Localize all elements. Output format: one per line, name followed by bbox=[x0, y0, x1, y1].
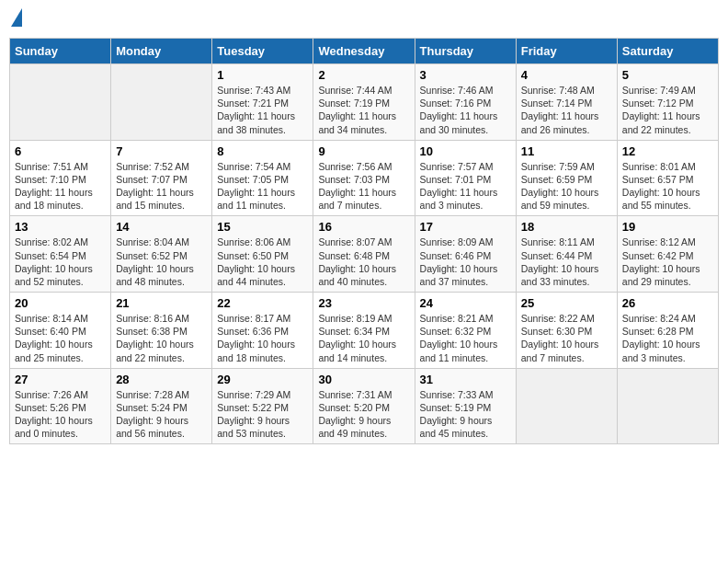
calendar-cell bbox=[10, 64, 111, 141]
calendar-cell: 13Sunrise: 8:02 AMSunset: 6:54 PMDayligh… bbox=[10, 216, 111, 293]
day-number: 15 bbox=[217, 220, 308, 234]
day-info: Sunrise: 8:14 AMSunset: 6:40 PMDaylight:… bbox=[15, 312, 106, 364]
day-info: Sunrise: 7:59 AMSunset: 6:59 PMDaylight:… bbox=[521, 160, 612, 213]
day-info: Sunrise: 7:26 AMSunset: 5:26 PMDaylight:… bbox=[15, 388, 106, 441]
calendar-cell: 17Sunrise: 8:09 AMSunset: 6:46 PMDayligh… bbox=[415, 216, 516, 293]
calendar-cell: 8Sunrise: 7:54 AMSunset: 7:05 PMDaylight… bbox=[212, 140, 313, 216]
day-number: 11 bbox=[521, 144, 612, 158]
calendar-cell: 3Sunrise: 7:46 AMSunset: 7:16 PMDaylight… bbox=[415, 64, 516, 141]
logo bbox=[9, 9, 22, 29]
calendar-body: 1Sunrise: 7:43 AMSunset: 7:21 PMDaylight… bbox=[10, 64, 719, 444]
day-number: 3 bbox=[420, 68, 511, 82]
calendar-cell: 24Sunrise: 8:21 AMSunset: 6:32 PMDayligh… bbox=[415, 293, 516, 369]
calendar-week-5: 27Sunrise: 7:26 AMSunset: 5:26 PMDayligh… bbox=[10, 368, 719, 444]
day-number: 31 bbox=[420, 373, 511, 386]
day-number: 27 bbox=[15, 373, 106, 386]
calendar-cell: 28Sunrise: 7:28 AMSunset: 5:24 PMDayligh… bbox=[111, 368, 212, 444]
calendar-cell bbox=[617, 368, 718, 444]
day-info: Sunrise: 7:49 AMSunset: 7:12 PMDaylight:… bbox=[622, 84, 713, 136]
day-info: Sunrise: 7:29 AMSunset: 5:22 PMDaylight:… bbox=[217, 388, 308, 441]
day-number: 28 bbox=[116, 373, 207, 386]
day-number: 26 bbox=[622, 296, 713, 310]
day-number: 8 bbox=[217, 144, 308, 158]
day-info: Sunrise: 7:48 AMSunset: 7:14 PMDaylight:… bbox=[521, 84, 612, 136]
day-info: Sunrise: 7:56 AMSunset: 7:03 PMDaylight:… bbox=[318, 160, 409, 213]
day-number: 30 bbox=[318, 373, 409, 386]
day-info: Sunrise: 8:07 AMSunset: 6:48 PMDaylight:… bbox=[318, 236, 409, 288]
day-number: 5 bbox=[622, 68, 713, 82]
calendar-cell bbox=[111, 64, 212, 141]
calendar-week-1: 1Sunrise: 7:43 AMSunset: 7:21 PMDaylight… bbox=[10, 64, 719, 141]
day-info: Sunrise: 7:28 AMSunset: 5:24 PMDaylight:… bbox=[116, 388, 207, 441]
day-number: 17 bbox=[420, 220, 511, 234]
day-number: 6 bbox=[15, 144, 106, 158]
day-number: 20 bbox=[15, 296, 106, 310]
calendar-cell: 5Sunrise: 7:49 AMSunset: 7:12 PMDaylight… bbox=[617, 64, 718, 141]
day-number: 25 bbox=[521, 296, 612, 310]
calendar-cell: 1Sunrise: 7:43 AMSunset: 7:21 PMDaylight… bbox=[212, 64, 313, 141]
calendar-cell: 4Sunrise: 7:48 AMSunset: 7:14 PMDaylight… bbox=[516, 64, 617, 141]
day-info: Sunrise: 8:04 AMSunset: 6:52 PMDaylight:… bbox=[116, 236, 207, 288]
day-info: Sunrise: 7:52 AMSunset: 7:07 PMDaylight:… bbox=[116, 160, 207, 213]
calendar-cell: 20Sunrise: 8:14 AMSunset: 6:40 PMDayligh… bbox=[10, 293, 111, 369]
weekday-header-wednesday: Wednesday bbox=[313, 39, 415, 64]
page-header bbox=[9, 9, 719, 29]
day-info: Sunrise: 8:06 AMSunset: 6:50 PMDaylight:… bbox=[217, 236, 308, 288]
day-number: 12 bbox=[622, 144, 713, 158]
calendar-cell: 27Sunrise: 7:26 AMSunset: 5:26 PMDayligh… bbox=[10, 368, 111, 444]
day-number: 2 bbox=[318, 68, 409, 82]
day-number: 21 bbox=[116, 296, 207, 310]
day-info: Sunrise: 7:46 AMSunset: 7:16 PMDaylight:… bbox=[420, 84, 511, 136]
calendar-cell: 11Sunrise: 7:59 AMSunset: 6:59 PMDayligh… bbox=[516, 140, 617, 216]
day-info: Sunrise: 7:31 AMSunset: 5:20 PMDaylight:… bbox=[318, 388, 409, 441]
day-number: 18 bbox=[521, 220, 612, 234]
day-number: 14 bbox=[116, 220, 207, 234]
calendar-week-4: 20Sunrise: 8:14 AMSunset: 6:40 PMDayligh… bbox=[10, 293, 719, 369]
day-number: 24 bbox=[420, 296, 511, 310]
calendar-cell: 30Sunrise: 7:31 AMSunset: 5:20 PMDayligh… bbox=[313, 368, 415, 444]
calendar-cell: 31Sunrise: 7:33 AMSunset: 5:19 PMDayligh… bbox=[415, 368, 516, 444]
weekday-header-sunday: Sunday bbox=[10, 39, 111, 64]
day-info: Sunrise: 8:21 AMSunset: 6:32 PMDaylight:… bbox=[420, 312, 511, 364]
day-info: Sunrise: 8:09 AMSunset: 6:46 PMDaylight:… bbox=[420, 236, 511, 288]
day-info: Sunrise: 8:01 AMSunset: 6:57 PMDaylight:… bbox=[622, 160, 713, 213]
calendar-week-2: 6Sunrise: 7:51 AMSunset: 7:10 PMDaylight… bbox=[10, 140, 719, 216]
weekday-header-row: SundayMondayTuesdayWednesdayThursdayFrid… bbox=[10, 39, 719, 64]
day-number: 29 bbox=[217, 373, 308, 386]
day-info: Sunrise: 8:22 AMSunset: 6:30 PMDaylight:… bbox=[521, 312, 612, 364]
calendar-table: SundayMondayTuesdayWednesdayThursdayFrid… bbox=[9, 38, 719, 444]
calendar-cell: 29Sunrise: 7:29 AMSunset: 5:22 PMDayligh… bbox=[212, 368, 313, 444]
logo-triangle-icon bbox=[11, 8, 22, 27]
weekday-header-tuesday: Tuesday bbox=[212, 39, 313, 64]
day-number: 16 bbox=[318, 220, 409, 234]
calendar-cell bbox=[516, 368, 617, 444]
day-info: Sunrise: 8:02 AMSunset: 6:54 PMDaylight:… bbox=[15, 236, 106, 288]
day-info: Sunrise: 7:54 AMSunset: 7:05 PMDaylight:… bbox=[217, 160, 308, 213]
day-info: Sunrise: 8:11 AMSunset: 6:44 PMDaylight:… bbox=[521, 236, 612, 288]
calendar-cell: 26Sunrise: 8:24 AMSunset: 6:28 PMDayligh… bbox=[617, 293, 718, 369]
day-number: 23 bbox=[318, 296, 409, 310]
day-number: 13 bbox=[15, 220, 106, 234]
day-info: Sunrise: 7:33 AMSunset: 5:19 PMDaylight:… bbox=[420, 388, 511, 441]
calendar-cell: 2Sunrise: 7:44 AMSunset: 7:19 PMDaylight… bbox=[313, 64, 415, 141]
day-info: Sunrise: 7:51 AMSunset: 7:10 PMDaylight:… bbox=[15, 160, 106, 213]
day-number: 7 bbox=[116, 144, 207, 158]
day-info: Sunrise: 7:57 AMSunset: 7:01 PMDaylight:… bbox=[420, 160, 511, 213]
calendar-cell: 21Sunrise: 8:16 AMSunset: 6:38 PMDayligh… bbox=[111, 293, 212, 369]
weekday-header-thursday: Thursday bbox=[415, 39, 516, 64]
day-info: Sunrise: 7:44 AMSunset: 7:19 PMDaylight:… bbox=[318, 84, 409, 136]
day-number: 4 bbox=[521, 68, 612, 82]
calendar-cell: 14Sunrise: 8:04 AMSunset: 6:52 PMDayligh… bbox=[111, 216, 212, 293]
day-info: Sunrise: 8:24 AMSunset: 6:28 PMDaylight:… bbox=[622, 312, 713, 364]
calendar-cell: 18Sunrise: 8:11 AMSunset: 6:44 PMDayligh… bbox=[516, 216, 617, 293]
day-number: 10 bbox=[420, 144, 511, 158]
weekday-header-monday: Monday bbox=[111, 39, 212, 64]
day-info: Sunrise: 8:12 AMSunset: 6:42 PMDaylight:… bbox=[622, 236, 713, 288]
day-number: 19 bbox=[622, 220, 713, 234]
weekday-header-saturday: Saturday bbox=[617, 39, 718, 64]
calendar-week-3: 13Sunrise: 8:02 AMSunset: 6:54 PMDayligh… bbox=[10, 216, 719, 293]
day-info: Sunrise: 7:43 AMSunset: 7:21 PMDaylight:… bbox=[217, 84, 308, 136]
calendar-cell: 12Sunrise: 8:01 AMSunset: 6:57 PMDayligh… bbox=[617, 140, 718, 216]
calendar-cell: 10Sunrise: 7:57 AMSunset: 7:01 PMDayligh… bbox=[415, 140, 516, 216]
calendar-cell: 25Sunrise: 8:22 AMSunset: 6:30 PMDayligh… bbox=[516, 293, 617, 369]
